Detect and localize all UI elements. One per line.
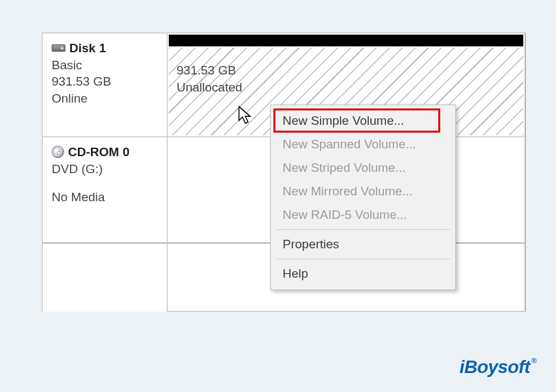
disk-size: 931.53 GB — [52, 73, 159, 90]
context-menu: New Simple Volume... New Spanned Volume.… — [270, 105, 456, 290]
disk-type: Basic — [52, 57, 159, 74]
watermark-logo: iBoysoft® — [459, 357, 536, 378]
menu-separator — [276, 259, 450, 259]
disk-name: Disk 1 — [69, 40, 106, 57]
menu-separator — [276, 229, 450, 230]
cdrom-type: DVD (G:) — [52, 161, 159, 178]
hdd-icon — [52, 44, 65, 52]
cdrom-name: CD-ROM 0 — [68, 144, 130, 161]
menu-new-striped-volume: New Striped Volume... — [272, 156, 454, 180]
menu-properties[interactable]: Properties — [272, 233, 454, 256]
menu-new-spanned-volume: New Spanned Volume... — [272, 133, 454, 156]
disk-label-cdrom[interactable]: CD-ROM 0 DVD (G:) No Media — [43, 137, 167, 242]
volume-header-bar — [169, 35, 523, 46]
cdrom-status: No Media — [52, 189, 159, 206]
blank-label-cell — [43, 244, 167, 312]
volume-size: 931.53 GB — [177, 62, 523, 79]
watermark-text: iBoysoft — [459, 357, 530, 377]
menu-help[interactable]: Help — [272, 262, 454, 286]
menu-new-raid5-volume: New RAID-5 Volume... — [272, 203, 454, 227]
cd-icon — [52, 146, 64, 158]
disk-label-disk1[interactable]: Disk 1 Basic 931.53 GB Online — [43, 33, 167, 137]
menu-new-mirrored-volume: New Mirrored Volume... — [272, 180, 454, 203]
menu-new-simple-volume[interactable]: New Simple Volume... — [272, 109, 454, 133]
disk-status: Online — [52, 90, 159, 107]
volume-state: Unallocated — [177, 79, 523, 96]
